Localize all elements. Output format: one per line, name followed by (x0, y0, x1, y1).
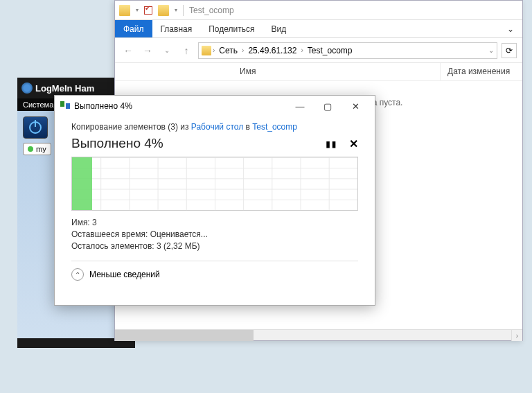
column-name[interactable]: Имя (115, 63, 441, 80)
logmein-logo-icon (21, 82, 33, 94)
breadcrumb-folder[interactable]: Test_ocomp (305, 46, 355, 55)
nav-up-button[interactable]: ↑ (179, 43, 194, 58)
qat-down-icon[interactable]: ▾ (136, 7, 139, 13)
pc-label: my (36, 145, 46, 153)
tab-file[interactable]: Файл (115, 20, 152, 37)
qat-down-icon[interactable]: ▾ (175, 7, 177, 13)
pc-item[interactable]: my (23, 143, 51, 155)
address-dropdown-icon[interactable]: ⌄ (488, 46, 494, 54)
tab-share[interactable]: Поделиться (200, 20, 263, 37)
scrollbar-thumb[interactable] (115, 330, 254, 341)
breadcrumb-ip[interactable]: 25.49.61.132 (245, 46, 299, 55)
scroll-right-button[interactable]: › (511, 330, 522, 341)
breadcrumb-net[interactable]: Сеть (216, 46, 240, 55)
column-date[interactable]: Дата изменения (441, 63, 522, 80)
tab-home[interactable]: Главная (152, 20, 201, 37)
status-online-icon (28, 146, 33, 152)
column-headers: Имя Дата изменения (115, 63, 522, 81)
refresh-icon: ⟳ (506, 46, 513, 55)
info-time: Оставшееся время: Оценивается... (71, 229, 358, 239)
explorer-titlebar[interactable]: ▾ ▾ Test_ocomp (115, 1, 522, 20)
ribbon-expand-icon[interactable]: ⌄ (499, 20, 522, 37)
folder-icon (119, 5, 130, 16)
refresh-button[interactable]: ⟳ (502, 43, 517, 58)
chart-fill (72, 157, 92, 210)
folder-icon (202, 46, 211, 55)
time-value: Оценивается... (150, 229, 208, 239)
nav-back-button[interactable]: ← (121, 43, 136, 58)
name-label: Имя: (71, 218, 90, 227)
copy-progress-heading: Выполнено 4% (71, 136, 163, 151)
pause-button[interactable]: ▮▮ (325, 137, 337, 150)
separator (71, 261, 358, 261)
chevron-right-icon[interactable]: › (213, 46, 215, 54)
window-title: Test_ocomp (189, 6, 234, 15)
power-icon (29, 121, 42, 134)
copy-source-link[interactable]: Рабочий стол (191, 122, 243, 132)
info-name: Имя: 3 (71, 218, 358, 227)
chevron-right-icon[interactable]: › (301, 46, 303, 54)
fewer-details-label: Меньше сведений (89, 270, 160, 279)
copy-titlebar[interactable]: Выполнено 4% — ▢ ✕ (55, 96, 375, 116)
left-label: Осталось элементов: (71, 241, 154, 251)
folder-icon (158, 5, 169, 16)
nav-recent-button[interactable]: ⌄ (159, 43, 175, 58)
power-button[interactable] (23, 116, 48, 139)
nav-bar: ← → ⌄ ↑ › Сеть › 25.49.61.132 › Test_oco… (115, 38, 522, 63)
minimize-button[interactable]: — (286, 96, 314, 116)
speed-chart (71, 157, 358, 211)
tab-view[interactable]: Вид (263, 20, 294, 37)
time-label: Оставшееся время: (71, 229, 148, 239)
nav-forward-button[interactable]: → (140, 43, 155, 58)
cancel-button[interactable]: ✕ (349, 137, 358, 150)
separator (183, 5, 184, 16)
chevron-up-icon: ⌃ (71, 268, 84, 281)
copy-description: Копирование элементов (3) из Рабочий сто… (71, 122, 358, 132)
name-value: 3 (92, 218, 97, 227)
logmein-title: LogMeIn Ham (35, 83, 94, 94)
left-value: 3 (2,32 МБ) (157, 241, 200, 251)
copy-dialog: Выполнено 4% — ▢ ✕ Копирование элементов… (54, 95, 375, 306)
fewer-details-toggle[interactable]: ⌃ Меньше сведений (71, 268, 358, 281)
copy-progress-icon (60, 101, 70, 111)
info-remaining: Осталось элементов: 3 (2,32 МБ) (71, 241, 358, 251)
copy-title: Выполнено 4% (74, 101, 286, 111)
chart-grid (72, 157, 357, 210)
maximize-button[interactable]: ▢ (314, 96, 342, 116)
horizontal-scrollbar[interactable]: › (115, 329, 522, 340)
address-bar[interactable]: › Сеть › 25.49.61.132 › Test_ocomp ⌄ (198, 42, 497, 59)
copy-mid: в (243, 122, 252, 132)
ribbon-tabs: Файл Главная Поделиться Вид ⌄ (115, 20, 522, 38)
close-button[interactable]: ✕ (342, 96, 369, 116)
properties-icon[interactable] (144, 6, 152, 15)
chevron-right-icon[interactable]: › (242, 46, 244, 54)
copy-dest-link[interactable]: Test_ocomp (252, 122, 297, 132)
copy-prefix: Копирование элементов (3) из (71, 122, 191, 132)
